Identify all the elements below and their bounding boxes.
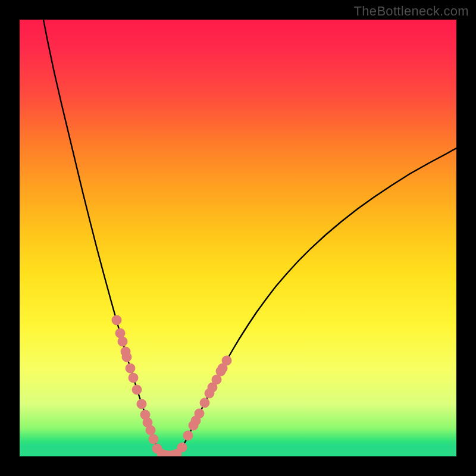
marker-dot — [129, 373, 138, 383]
marker-dot — [149, 434, 158, 444]
marker-dot — [200, 398, 209, 408]
watermark-text: TheBottleneck.com — [354, 4, 469, 19]
marker-dot — [132, 385, 142, 394]
marker-dot — [195, 409, 204, 418]
marker-dot — [137, 399, 146, 409]
marker-dot — [177, 443, 187, 452]
marker-dot — [118, 337, 127, 346]
curve-right-arm — [176, 148, 456, 456]
marker-dot — [112, 315, 121, 325]
marker-dot — [122, 352, 131, 362]
marker-dot — [115, 328, 125, 338]
marker-dot — [183, 431, 193, 440]
marker-dot — [218, 364, 227, 373]
marker-dot — [212, 375, 221, 384]
chart-frame: TheBottleneck.com — [0, 0, 476, 476]
marker-dots-group — [112, 315, 231, 456]
curve-layer — [20, 20, 456, 456]
plot-area — [20, 20, 456, 456]
marker-dot — [146, 425, 155, 435]
curve-left-arm — [43, 20, 163, 456]
marker-dot — [126, 364, 135, 373]
